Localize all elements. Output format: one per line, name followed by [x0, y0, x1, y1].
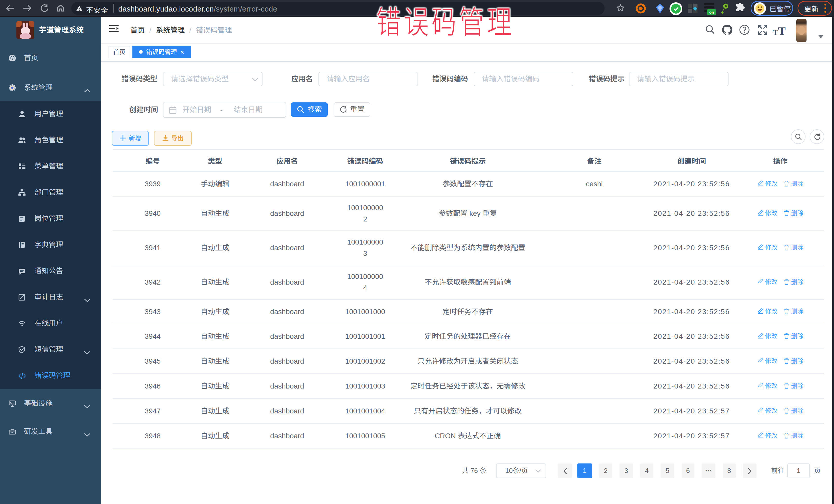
svg-text:on: on [709, 10, 714, 14]
